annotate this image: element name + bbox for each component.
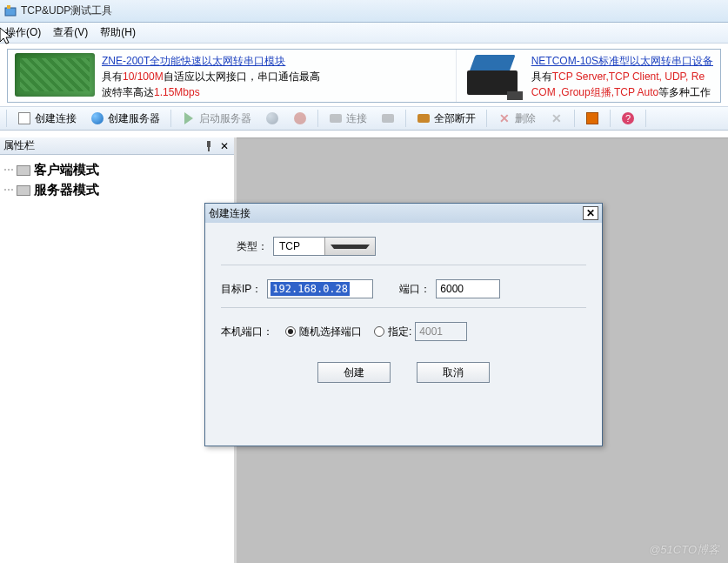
dialog-titlebar: 创建连接 ✕ (205, 204, 602, 223)
banner-right-link[interactable]: NETCOM-10S标准型以太网转串口设备 (531, 55, 713, 67)
radio-fixed-port[interactable]: 指定: (374, 325, 411, 339)
port-label: 端口： (399, 282, 431, 297)
clear-icon: ✕ (550, 111, 564, 125)
target-ip-label: 目标IP： (221, 282, 262, 297)
port-input[interactable] (436, 279, 500, 298)
app-icon (3, 4, 17, 18)
svg-rect-0 (5, 8, 16, 16)
disconnect-all-icon (417, 111, 431, 125)
stop-button[interactable] (287, 109, 313, 128)
window-title: TCP&UDP测试工具 (21, 3, 112, 18)
svg-rect-1 (7, 5, 10, 9)
create-connection-dialog: 创建连接 ✕ 类型： TCP 目标IP： 192.168.0.28 端口： 本机… (204, 203, 603, 446)
delete-icon: ✕ (498, 111, 511, 125)
dialog-close-button[interactable]: ✕ (583, 206, 598, 220)
title-bar: TCP&UDP测试工具 (0, 0, 728, 23)
stop-server-button[interactable] (259, 109, 285, 128)
create-button[interactable]: 创建 (317, 362, 391, 383)
target-ip-input[interactable]: 192.168.0.28 (267, 279, 373, 298)
cancel-button[interactable]: 取消 (417, 362, 490, 383)
dialog-title: 创建连接 (209, 206, 250, 221)
type-label: 类型： (237, 239, 268, 254)
tree-view: ⋯ 客户端模式 ⋯ 服务器模式 (0, 155, 234, 205)
unplug-icon (381, 111, 395, 125)
delete-button[interactable]: ✕ 删除 (491, 109, 542, 129)
type-value: TCP (274, 240, 324, 252)
disconnect-all-button[interactable]: 全部断开 (411, 109, 482, 129)
stop-square-icon (585, 111, 599, 125)
disk-icon (17, 185, 30, 196)
promo-banner: ZNE-200T全功能快速以太网转串口模块 具有10/100M自适应以太网接口，… (7, 49, 721, 103)
disconnect-button[interactable] (375, 109, 401, 128)
separator (221, 307, 586, 308)
document-icon (17, 111, 31, 125)
toolbar: 创建连接 创建服务器 启动服务器 连接 全部断开 ✕ 删除 ✕ ? (0, 106, 728, 131)
sidebar-title: 属性栏 (3, 138, 35, 153)
play-icon (182, 111, 196, 125)
cancel-icon (293, 111, 307, 125)
stop-globe-icon (265, 111, 279, 125)
banner-left-link[interactable]: ZNE-200T全功能快速以太网转串口模块 (102, 55, 285, 67)
svg-rect-4 (208, 147, 210, 151)
watermark: @51CTO博客 (649, 542, 719, 558)
create-connection-button[interactable]: 创建连接 (11, 109, 83, 129)
menu-bar: 操作(O) 查看(V) 帮助(H) (0, 23, 728, 44)
pcb-board-image (15, 53, 95, 97)
start-server-button[interactable]: 启动服务器 (176, 109, 257, 129)
device-image (464, 53, 524, 97)
svg-rect-3 (207, 141, 210, 147)
question-icon: ? (621, 111, 635, 125)
globe-icon (90, 111, 104, 125)
tree-node-server[interactable]: ⋯ 服务器模式 (3, 180, 230, 200)
menu-help[interactable]: 帮助(H) (100, 25, 136, 40)
pin-icon[interactable] (203, 140, 215, 152)
sidebar-header: 属性栏 ✕ (0, 137, 234, 155)
disk-icon (17, 165, 30, 176)
type-combobox[interactable]: TCP (273, 237, 376, 256)
close-panel-icon[interactable]: ✕ (218, 140, 230, 152)
menu-view[interactable]: 查看(V) (53, 25, 88, 40)
separator (221, 265, 586, 265)
radio-random-port[interactable]: 随机选择端口 (285, 325, 362, 339)
plug-icon (329, 111, 343, 125)
banner-left: ZNE-200T全功能快速以太网转串口模块 具有10/100M自适应以太网接口，… (8, 50, 457, 102)
chevron-down-icon[interactable] (324, 238, 376, 255)
stop-all-button[interactable] (579, 109, 605, 128)
banner-right: NETCOM-10S标准型以太网转串口设备 具有TCP Server,TCP C… (457, 50, 720, 102)
tree-node-client[interactable]: ⋯ 客户端模式 (3, 160, 230, 180)
connect-button[interactable]: 连接 (323, 109, 373, 129)
fixed-port-input[interactable] (415, 322, 467, 341)
create-server-button[interactable]: 创建服务器 (84, 109, 166, 129)
clear-button[interactable]: ✕ (544, 109, 570, 128)
sidebar: 属性栏 ✕ ⋯ 客户端模式 ⋯ 服务器模式 (0, 137, 237, 563)
menu-operate[interactable]: 操作(O) (5, 25, 41, 40)
help-button[interactable]: ? (615, 109, 641, 128)
local-port-label: 本机端口： (221, 325, 273, 339)
